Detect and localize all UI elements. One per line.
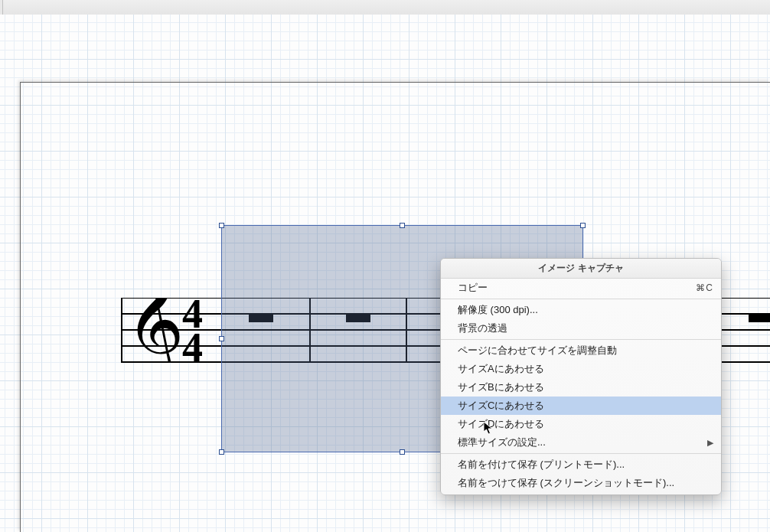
menu-item-label: サイズAにあわせる — [458, 362, 544, 376]
menu-item-label: 背景の透過 — [458, 321, 507, 335]
svg-text:4: 4 — [182, 298, 203, 337]
menu-separator — [441, 453, 721, 454]
menu-item-label: コピー — [458, 281, 488, 295]
menu-item-size-b[interactable]: サイズBにあわせる — [441, 378, 721, 397]
menu-item-label: サイズCにあわせる — [458, 399, 544, 413]
resize-handle-ne[interactable] — [580, 223, 586, 228]
window-chrome — [0, 0, 770, 15]
resize-handle-s[interactable] — [400, 449, 405, 455]
menu-item-label: サイズDにあわせる — [458, 417, 544, 431]
window-tab — [0, 0, 3, 15]
resize-handle-w[interactable] — [219, 336, 224, 341]
resize-handle-nw[interactable] — [219, 223, 224, 228]
svg-rect-16 — [749, 314, 770, 322]
menu-item-shortcut: ⌘C — [696, 282, 713, 293]
menu-item-resolution[interactable]: 解像度 (300 dpi)... — [441, 301, 721, 319]
menu-separator — [441, 339, 721, 340]
menu-item-fit-page[interactable]: ページに合わせてサイズを調整自動 — [441, 341, 721, 360]
menu-item-label: ページに合わせてサイズを調整自動 — [458, 344, 617, 357]
resize-handle-n[interactable] — [400, 223, 405, 228]
menu-item-copy[interactable]: コピー ⌘C — [441, 279, 721, 297]
menu-item-standard-sizes[interactable]: 標準サイズの設定... ▶ — [441, 433, 721, 452]
menu-item-label: サイズBにあわせる — [458, 380, 544, 394]
svg-text:4: 4 — [182, 325, 203, 363]
chevron-right-icon: ▶ — [707, 439, 713, 447]
menu-item-save-print[interactable]: 名前を付けて保存 (プリントモード)... — [441, 455, 721, 474]
menu-item-label: 名前をつけて保存 (スクリーンショットモード)... — [458, 476, 674, 490]
menu-separator — [441, 299, 721, 299]
menu-item-label: 名前を付けて保存 (プリントモード)... — [458, 458, 625, 472]
menu-item-size-a[interactable]: サイズAにあわせる — [441, 360, 721, 378]
menu-item-label: 標準サイズの設定... — [458, 436, 546, 449]
menu-item-bg-transparency[interactable]: 背景の透過 — [441, 319, 721, 338]
menu-item-size-c[interactable]: サイズCにあわせる — [441, 397, 721, 415]
context-menu-title: イメージ キャプチャ — [441, 259, 721, 279]
context-menu: イメージ キャプチャ コピー ⌘C 解像度 (300 dpi)... 背景の透過… — [440, 258, 722, 495]
menu-item-label: 解像度 (300 dpi)... — [458, 303, 538, 317]
menu-item-save-screenshot[interactable]: 名前をつけて保存 (スクリーンショットモード)... — [441, 474, 721, 492]
resize-handle-sw[interactable] — [219, 449, 224, 455]
menu-item-size-d[interactable]: サイズDにあわせる — [441, 415, 721, 433]
canvas-area[interactable]: 𝄞 4 4 イメージ キャプチャ コピー ⌘C 解像度 — [0, 15, 770, 532]
svg-text:𝄞: 𝄞 — [126, 298, 184, 363]
